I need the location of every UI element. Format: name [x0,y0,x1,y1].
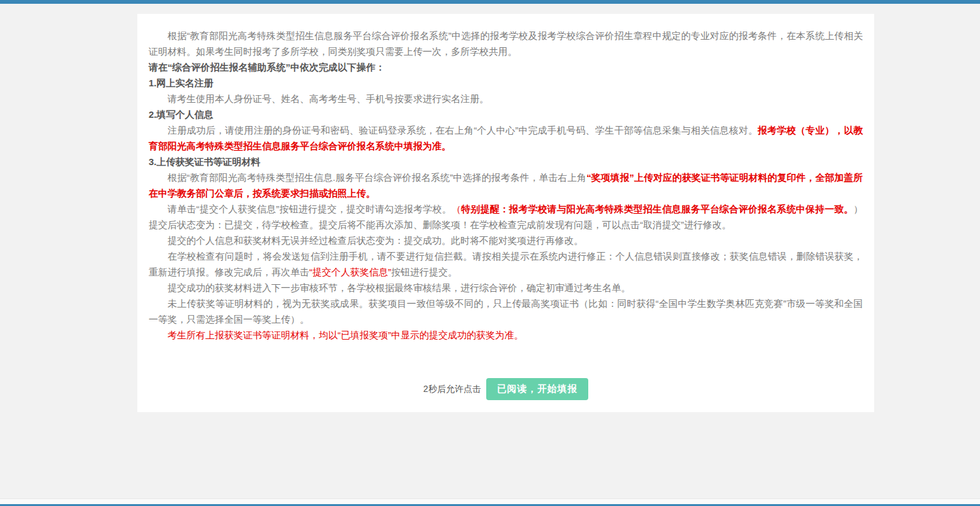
text-segment: 1.网上实名注册 [149,78,214,88]
paragraph: 请考生使用本人身份证号、姓名、高考考生号、手机号按要求进行实名注册。 [149,91,863,106]
paragraph: 注册成功后，请使用注册的身份证号和密码、验证码登录系统，在右上角“个人中心”中完… [149,122,863,154]
text-segment: 在学校检查有问题时，将会发送短信到注册手机，请不要进行短信拦截。请按相关提示在系… [149,251,863,277]
text-segment: 2.填写个人信息 [149,109,214,120]
bottom-divider [0,498,980,504]
read-start-button[interactable]: 已阅读，开始填报 [486,378,588,400]
page-viewport: 根据“教育部阳光高考特殊类型招生信息服务平台综合评价报名系统”中选择的报考学校及… [0,0,980,506]
instructions-text: 根据“教育部阳光高考特殊类型招生信息服务平台综合评价报名系统”中选择的报考学校及… [149,28,863,343]
paragraph: 1.网上实名注册 [149,75,863,91]
paragraph: 2.填写个人信息 [149,106,863,122]
text-segment: 提交的个人信息和获奖材料无误并经过检查后状态变为：提交成功。此时将不能对奖项进行… [168,235,583,246]
paragraph: 提交成功的获奖材料进入下一步审核环节，各学校根据最终审核结果，进行综合评价，确定… [149,280,863,296]
text-segment: 按钮进行提交。 [391,267,457,277]
paragraph: 根据“教育部阳光高考特殊类型招生信息.服务平台综合评价报名系统”中选择的报考条件… [149,170,863,201]
countdown-label: 2秒后允许点击 [423,384,481,395]
text-segment: 特别提醒：报考学校请与阳光高考特殊类型招生信息服务平台综合评价报名系统中保持一致… [461,204,853,214]
paragraph: 提交的个人信息和获奖材料无误并经过检查后状态变为：提交成功。此时将不能对奖项进行… [149,233,863,248]
paragraph: 根据“教育部阳光高考特殊类型招生信息服务平台综合评价报名系统”中选择的报考学校及… [149,28,863,59]
text-segment: 请考生使用本人身份证号、姓名、高考考生号、手机号按要求进行实名注册。 [168,93,489,104]
text-segment: 考生所有上报获奖证书等证明材料，均以“已填报奖项”中显示的提交成功的获奖为准。 [168,330,523,340]
text-segment: “提交个人获奖信息” [309,267,391,277]
paragraph: 请在“综合评价招生报名辅助系统”中依次完成以下操作： [149,59,863,75]
text-segment: 3.上传获奖证书等证明材料 [149,156,261,167]
paragraph: 3.上传获奖证书等证明材料 [149,154,863,170]
footer-action-row: 2秒后允许点击 已阅读，开始填报 [149,378,863,400]
text-segment: 未上传获奖等证明材料的，视为无获奖或成果。获奖项目一致但等级不同的，只上传最高奖… [149,298,863,325]
text-segment: 请在“综合评价招生报名辅助系统”中依次完成以下操作： [149,62,385,72]
paragraph: 未上传获奖等证明材料的，视为无获奖或成果。获奖项目一致但等级不同的，只上传最高奖… [149,296,863,327]
text-segment: （ [452,204,461,214]
paragraph: 请单击“提交个人获奖信息”按钮进行提交，提交时请勾选报考学校。（特别提醒：报考学… [149,201,863,233]
text-segment: 根据“教育部阳光高考特殊类型招生信息服务平台综合评价报名系统”中选择的报考学校及… [149,30,863,57]
text-segment: 提交成功的获奖材料进入下一步审核环节，各学校根据最终审核结果，进行综合评价，确定… [168,282,630,293]
text-segment: 根据“教育部阳光高考特殊类型招生信息.服务平台综合评价报名系统”中选择的报考条件… [168,172,586,183]
paragraph: 在学校检查有问题时，将会发送短信到注册手机，请不要进行短信拦截。请按相关提示在系… [149,248,863,280]
text-segment: 注册成功后，请使用注册的身份证号和密码、验证码登录系统，在右上角“个人中心”中完… [168,125,758,135]
paragraph: 考生所有上报获奖证书等证明材料，均以“已填报奖项”中显示的提交成功的获奖为准。 [149,327,863,343]
text-segment: 请单击“提交个人获奖信息”按钮进行提交，提交时请勾选报考学校。 [168,204,452,214]
content-card: 根据“教育部阳光高考特殊类型招生信息服务平台综合评价报名系统”中选择的报考学校及… [137,14,874,412]
top-accent-bar [0,0,980,4]
